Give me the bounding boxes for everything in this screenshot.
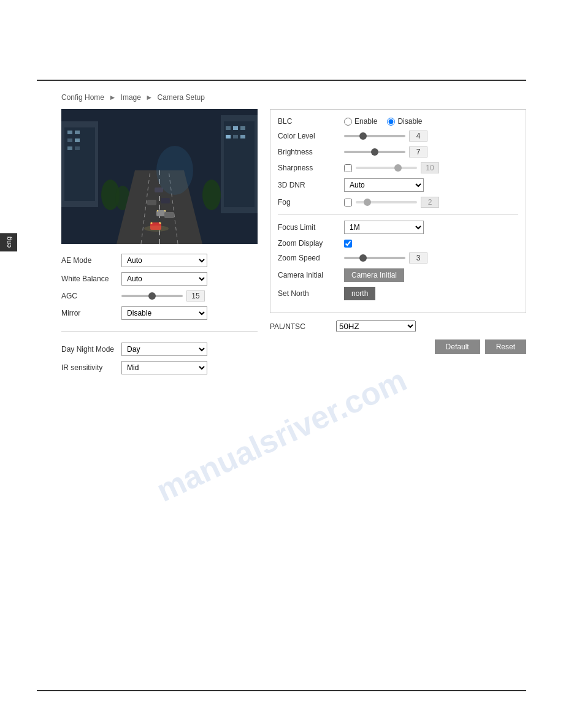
set-north-button[interactable]: north xyxy=(344,287,375,300)
ae-mode-label: AE Mode xyxy=(61,256,114,265)
camera-initial-label: Camera Initial xyxy=(278,271,339,279)
brightness-label: Brightness xyxy=(278,148,339,156)
brightness-slider[interactable] xyxy=(344,151,405,153)
blc-enable-radio[interactable] xyxy=(344,118,352,126)
brightness-value: 7 xyxy=(409,146,427,157)
blc-disable-radio[interactable] xyxy=(387,118,395,126)
blc-disable-label: Disable xyxy=(397,117,422,126)
day-night-mode-select[interactable]: Day Night Auto xyxy=(121,343,207,356)
svg-rect-13 xyxy=(240,126,245,130)
fog-slider-row: 2 xyxy=(344,197,439,208)
focus-limit-label: Focus Limit xyxy=(278,223,339,232)
breadcrumb-arrow-2: ► xyxy=(145,93,155,102)
white-balance-label: White Balance xyxy=(61,275,114,283)
agc-value: 15 xyxy=(186,290,205,301)
svg-rect-28 xyxy=(164,212,174,218)
agc-slider[interactable] xyxy=(121,295,183,297)
focus-limit-row: Focus Limit 1M 2M 3M 5M 10M Infinity xyxy=(278,221,518,234)
sidebar-eng-tab[interactable]: eng xyxy=(0,233,17,251)
svg-point-30 xyxy=(151,222,153,224)
pal-ntsc-row: PAL/NTSC 50HZ 60HZ xyxy=(270,320,526,332)
left-settings-grid: AE Mode Auto Manual Shutter Priority Iri… xyxy=(61,254,258,374)
svg-rect-6 xyxy=(75,138,80,142)
sharpness-slider xyxy=(356,167,417,169)
pal-ntsc-label: PAL/NTSC xyxy=(270,322,331,331)
mirror-select[interactable]: Disable Enable Flip Mirror & Flip xyxy=(121,306,207,320)
svg-rect-11 xyxy=(226,126,231,130)
agc-row: 15 xyxy=(121,290,258,301)
right-settings-box: BLC Enable Disable Color Level xyxy=(270,109,526,313)
svg-point-34 xyxy=(144,226,169,232)
color-level-slider[interactable] xyxy=(344,135,405,137)
zoom-speed-label: Zoom Speed xyxy=(278,254,339,262)
svg-rect-14 xyxy=(226,135,231,138)
camera-initial-button[interactable]: Camera Initial xyxy=(344,268,404,282)
brightness-slider-row: 7 xyxy=(344,146,427,157)
breadcrumb-camera-setup[interactable]: Camera Setup xyxy=(158,93,205,102)
sharpness-slider-row: 10 xyxy=(344,162,439,173)
svg-point-35 xyxy=(156,146,193,195)
set-north-row: Set North north xyxy=(278,287,518,300)
svg-rect-29 xyxy=(155,188,163,192)
top-divider xyxy=(37,80,526,81)
color-level-slider-row: 4 xyxy=(344,131,427,142)
blc-enable-option[interactable]: Enable xyxy=(344,117,377,126)
blc-disable-option[interactable]: Disable xyxy=(387,117,422,126)
fog-row: Fog 2 xyxy=(278,197,518,208)
breadcrumb-home[interactable]: Config Home xyxy=(61,93,104,102)
day-night-mode-label: Day Night Mode xyxy=(61,345,114,354)
zoom-display-row: Zoom Display xyxy=(278,239,518,248)
breadcrumb: Config Home ► Image ► Camera Setup xyxy=(61,93,526,102)
blc-enable-label: Enable xyxy=(354,117,377,126)
dnr-label: 3D DNR xyxy=(278,181,339,189)
sharpness-label: Sharpness xyxy=(278,164,339,172)
svg-point-31 xyxy=(159,222,161,224)
breadcrumb-image[interactable]: Image xyxy=(121,93,141,102)
svg-rect-8 xyxy=(75,146,80,150)
zoom-speed-slider-row: 3 xyxy=(344,252,427,264)
svg-rect-26 xyxy=(147,200,156,205)
brightness-row: Brightness 7 xyxy=(278,146,518,157)
camera-image-svg xyxy=(61,109,258,244)
sharpness-row: Sharpness 10 xyxy=(278,162,518,173)
fog-slider xyxy=(356,201,417,203)
zoom-speed-value: 3 xyxy=(409,252,427,264)
blc-row: BLC Enable Disable xyxy=(278,117,518,126)
svg-rect-3 xyxy=(67,131,72,134)
blc-label: BLC xyxy=(278,117,339,126)
svg-rect-10 xyxy=(224,121,255,207)
fog-value: 2 xyxy=(421,197,439,208)
svg-rect-16 xyxy=(240,135,245,138)
zoom-speed-slider[interactable] xyxy=(344,257,405,259)
sharpness-checkbox[interactable] xyxy=(344,164,352,172)
svg-point-33 xyxy=(164,210,166,211)
bottom-divider xyxy=(37,690,526,691)
reset-button[interactable]: Reset xyxy=(485,339,526,354)
sharpness-value: 10 xyxy=(421,162,439,173)
svg-rect-4 xyxy=(75,131,80,134)
svg-rect-15 xyxy=(233,135,238,138)
action-buttons: Default Reset xyxy=(270,339,526,354)
zoom-speed-row: Zoom Speed 3 xyxy=(278,252,518,264)
color-level-value: 4 xyxy=(409,131,427,142)
svg-point-32 xyxy=(157,210,158,211)
fog-label: Fog xyxy=(278,198,339,207)
default-button[interactable]: Default xyxy=(435,339,480,354)
pal-ntsc-select[interactable]: 50HZ 60HZ xyxy=(336,320,416,332)
fog-checkbox[interactable] xyxy=(344,199,352,207)
left-panel: AE Mode Auto Manual Shutter Priority Iri… xyxy=(61,109,258,384)
focus-limit-select[interactable]: 1M 2M 3M 5M 10M Infinity xyxy=(344,221,424,234)
dnr-select[interactable]: Auto Off Low Mid High xyxy=(344,178,424,192)
camera-preview xyxy=(61,109,258,244)
ae-mode-select[interactable]: Auto Manual Shutter Priority Iris Priori… xyxy=(121,254,207,267)
svg-rect-7 xyxy=(67,146,72,150)
white-balance-select[interactable]: Auto Manual ATW Indoor Outdoor xyxy=(121,272,207,286)
color-level-row: Color Level 4 xyxy=(278,131,518,142)
svg-rect-27 xyxy=(161,198,170,203)
agc-label: AGC xyxy=(61,292,114,300)
right-panel: BLC Enable Disable Color Level xyxy=(270,109,526,384)
ir-sensitivity-label: IR sensitivity xyxy=(61,363,114,372)
zoom-display-checkbox[interactable] xyxy=(344,240,352,248)
ir-sensitivity-select[interactable]: Low Mid High xyxy=(121,361,207,374)
main-content: AE Mode Auto Manual Shutter Priority Iri… xyxy=(61,109,526,384)
